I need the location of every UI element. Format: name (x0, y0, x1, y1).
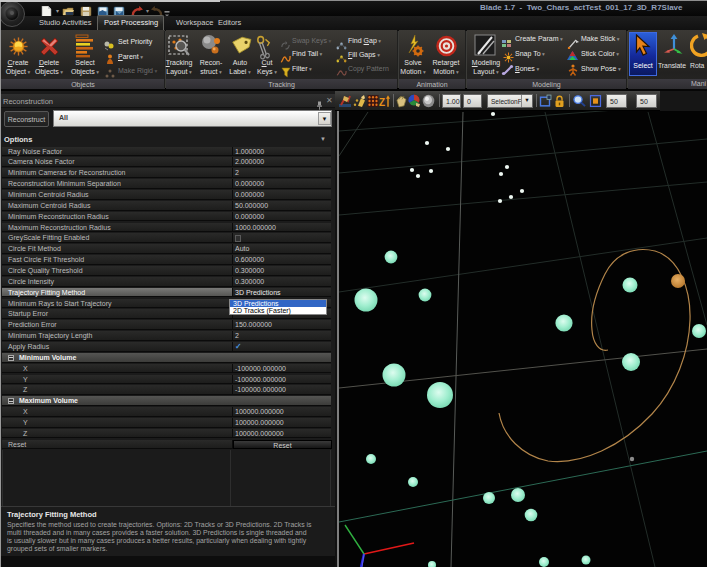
svg-text:Z: Z (379, 95, 385, 108)
